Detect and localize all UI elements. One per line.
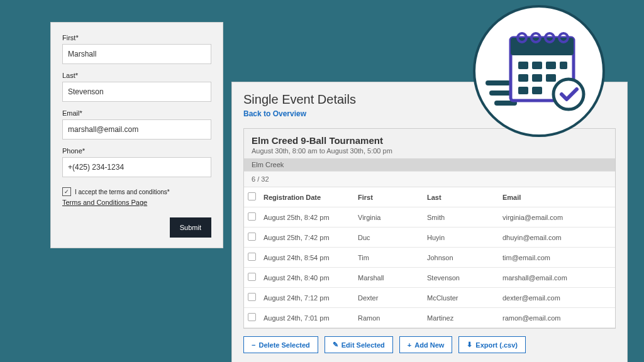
event-block: Elm Creed 9-Ball Tournament August 30th,…	[243, 128, 616, 329]
table-row[interactable]: August 24th, 8:40 pmMarshallStevensonmar…	[244, 268, 615, 288]
svg-rect-17	[532, 87, 542, 94]
svg-rect-9	[518, 62, 528, 69]
col-email[interactable]: Email	[499, 187, 615, 207]
row-checkbox[interactable]	[248, 212, 256, 221]
minus-icon: −	[252, 341, 255, 349]
email-field[interactable]	[62, 119, 211, 140]
svg-rect-15	[546, 74, 556, 82]
terms-row: ✓ I accept the terms and conditions*	[62, 187, 211, 196]
export-label: Export (.csv)	[475, 341, 518, 349]
edit-icon: ✎	[333, 341, 338, 349]
cell-email: ramon@email.com	[499, 308, 615, 328]
cell-date: August 25th, 7:42 pm	[260, 228, 354, 248]
registrations-table: Registration Date First Last Email Augus…	[244, 187, 615, 328]
table-row[interactable]: August 25th, 7:42 pmDucHuyindhuyin@email…	[244, 228, 615, 248]
svg-rect-0	[486, 80, 511, 85]
terms-text: I accept the terms and conditions*	[75, 189, 170, 195]
row-checkbox[interactable]	[248, 253, 256, 261]
table-row[interactable]: August 24th, 7:12 pmDexterMcClusterdexte…	[244, 288, 615, 308]
svg-rect-12	[560, 62, 567, 69]
cell-first: Marshall	[354, 268, 423, 288]
row-checkbox[interactable]	[248, 273, 256, 281]
label-first: First*	[62, 34, 211, 41]
col-last[interactable]: Last	[423, 187, 499, 207]
event-name: Elm Creed 9-Ball Tournament	[252, 135, 608, 146]
export-csv-button[interactable]: ⬇ Export (.csv)	[458, 336, 526, 353]
svg-rect-13	[518, 74, 528, 82]
svg-point-18	[553, 79, 584, 109]
select-all-checkbox[interactable]	[248, 192, 256, 200]
cell-email: tim@email.com	[499, 248, 615, 268]
cell-last: McCluster	[423, 288, 499, 308]
cell-email: marshall@email.com	[499, 268, 615, 288]
last-name-field[interactable]	[62, 82, 211, 102]
event-time: August 30th, 8:00 am to August 30th, 5:0…	[252, 147, 608, 155]
cell-email: virginia@email.com	[499, 207, 615, 228]
table-row[interactable]: August 24th, 8:54 pmTimJohnsontim@email.…	[244, 248, 615, 268]
delete-selected-button[interactable]: − Delete Selected	[243, 336, 318, 353]
event-venue: Elm Creek	[244, 158, 615, 171]
cell-date: August 25th, 8:42 pm	[260, 207, 354, 228]
svg-rect-11	[546, 62, 556, 69]
add-new-button[interactable]: + Add New	[399, 336, 453, 353]
cell-first: Dexter	[354, 288, 423, 308]
row-checkbox[interactable]	[248, 313, 256, 321]
cell-first: Virginia	[354, 207, 423, 228]
registration-form: First* Last* Email* Phone* ✓ I accept th…	[50, 22, 223, 248]
row-checkbox[interactable]	[248, 233, 256, 241]
col-first[interactable]: First	[354, 187, 423, 207]
svg-rect-10	[532, 62, 542, 69]
table-header-row: Registration Date First Last Email	[244, 187, 615, 207]
svg-rect-16	[518, 87, 528, 94]
phone-field[interactable]	[62, 157, 211, 177]
label-phone: Phone*	[62, 147, 211, 155]
event-count: 6 / 32	[244, 171, 615, 187]
edit-label: Edit Selected	[341, 341, 385, 349]
delete-label: Delete Selected	[258, 341, 309, 349]
cell-last: Johnson	[423, 248, 499, 268]
terms-link[interactable]: Terms and Conditions Page	[62, 199, 211, 206]
edit-selected-button[interactable]: ✎ Edit Selected	[325, 336, 393, 353]
cell-date: August 24th, 8:54 pm	[260, 248, 354, 268]
row-checkbox[interactable]	[248, 293, 256, 301]
svg-rect-14	[532, 74, 542, 82]
col-registration-date[interactable]: Registration Date	[260, 187, 354, 207]
cell-email: dexter@email.com	[499, 288, 615, 308]
label-last: Last*	[62, 72, 211, 79]
cell-last: Huyin	[423, 228, 499, 248]
calendar-icon	[486, 24, 592, 118]
first-name-field[interactable]	[62, 44, 211, 64]
submit-button[interactable]: Submit	[170, 217, 211, 238]
label-email: Email*	[62, 109, 211, 117]
cell-email: dhuyin@email.com	[499, 228, 615, 248]
cell-date: August 24th, 8:40 pm	[260, 268, 354, 288]
cell-last: Smith	[423, 207, 499, 228]
cell-date: August 24th, 7:12 pm	[260, 288, 354, 308]
cell-first: Duc	[354, 228, 423, 248]
table-row[interactable]: August 25th, 8:42 pmVirginiaSmithvirgini…	[244, 207, 615, 228]
cell-first: Tim	[354, 248, 423, 268]
plus-icon: +	[408, 341, 411, 349]
download-icon: ⬇	[467, 341, 472, 349]
cell-last: Stevenson	[423, 268, 499, 288]
cell-first: Ramon	[354, 308, 423, 328]
table-row[interactable]: August 24th, 7:01 pmRamonMartinezramon@e…	[244, 308, 615, 328]
table-actions: − Delete Selected ✎ Edit Selected + Add …	[243, 336, 616, 353]
add-label: Add New	[414, 341, 444, 349]
calendar-badge	[473, 5, 605, 137]
terms-checkbox[interactable]: ✓	[62, 187, 71, 196]
cell-date: August 24th, 7:01 pm	[260, 308, 354, 328]
cell-last: Martinez	[423, 308, 499, 328]
